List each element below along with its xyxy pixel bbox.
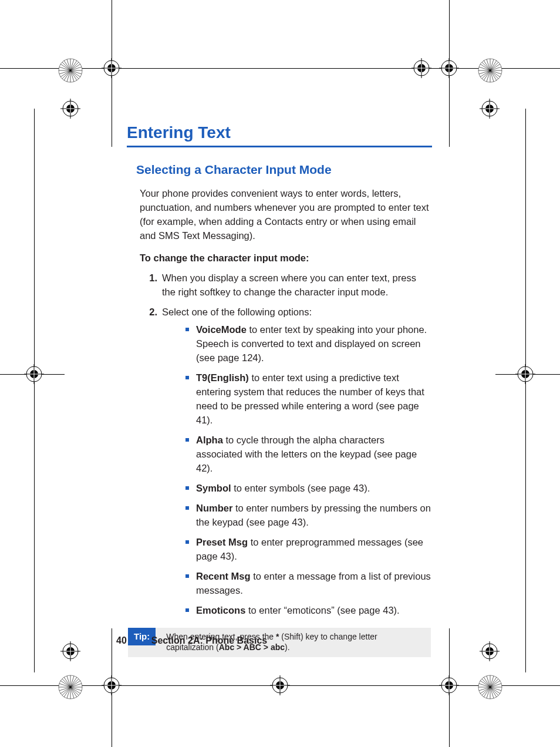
option-name: Number: [196, 503, 232, 513]
crosshair-icon: [60, 98, 81, 119]
intro-paragraph: Your phone provides convenient ways to e…: [140, 186, 432, 243]
section-heading: Selecting a Character Input Mode: [136, 163, 432, 177]
page-footer: 40 Section 2A: Phone Basics: [116, 635, 267, 646]
starburst-icon: [58, 674, 83, 700]
option-item: VoiceMode to enter text by speaking into…: [185, 322, 432, 365]
option-item: Alpha to cycle through the alpha charact…: [185, 433, 432, 475]
page-title: Entering Text: [127, 123, 432, 142]
title-divider: [127, 146, 432, 147]
crop-line: [34, 109, 35, 672]
crosshair-icon: [438, 58, 460, 79]
page-content: Entering Text Selecting a Character Inpu…: [127, 123, 432, 657]
option-item: Emoticons to enter “emoticons” (see page…: [185, 603, 432, 617]
crosshair-icon: [101, 675, 122, 696]
crosshair-icon: [411, 58, 432, 79]
crosshair-icon: [101, 58, 122, 79]
crosshair-icon: [479, 98, 500, 119]
option-description: to cycle through the alpha characters as…: [196, 435, 417, 473]
crosshair-icon: [269, 675, 291, 696]
lead-instruction: To change the character input mode:: [140, 251, 432, 265]
step-text: When you display a screen where you can …: [162, 272, 416, 297]
crosshair-icon: [60, 641, 81, 662]
section-label: Section 2A: Phone Basics: [151, 635, 267, 646]
crop-line: [525, 109, 526, 672]
steps-list: 1. When you display a screen where you c…: [143, 271, 432, 617]
starburst-icon: [477, 58, 503, 83]
crosshair-icon: [23, 364, 45, 385]
crosshair-icon: [438, 675, 460, 696]
step-item: 1. When you display a screen where you c…: [143, 271, 432, 299]
step-number: 2.: [143, 305, 157, 319]
option-name: T9(English): [196, 372, 249, 383]
starburst-icon: [58, 58, 83, 83]
option-description: to enter “emoticons” (see page 43).: [245, 605, 399, 615]
option-name: VoiceMode: [196, 324, 247, 335]
step-text: Select one of the following options:: [162, 307, 312, 317]
page-number: 40: [116, 635, 127, 646]
option-name: Preset Msg: [196, 537, 248, 547]
option-name: Recent Msg: [196, 571, 251, 581]
option-description: to enter symbols (see page 43).: [231, 483, 370, 493]
option-name: Symbol: [196, 483, 231, 493]
option-item: Recent Msg to enter a message from a lis…: [185, 569, 432, 597]
step-item: 2. Select one of the following options: …: [143, 305, 432, 617]
crosshair-icon: [479, 641, 500, 662]
crosshair-icon: [515, 364, 536, 385]
option-name: Alpha: [196, 435, 223, 445]
option-item: T9(English) to enter text using a predic…: [185, 371, 432, 427]
step-number: 1.: [143, 271, 157, 285]
crop-line: [0, 68, 560, 69]
option-item: Symbol to enter symbols (see page 43).: [185, 481, 432, 495]
option-item: Number to enter numbers by pressing the …: [185, 501, 432, 529]
starburst-icon: [477, 674, 503, 700]
options-list: VoiceMode to enter text by speaking into…: [185, 322, 432, 617]
option-item: Preset Msg to enter preprogrammed messag…: [185, 535, 432, 563]
option-name: Emoticons: [196, 605, 245, 615]
